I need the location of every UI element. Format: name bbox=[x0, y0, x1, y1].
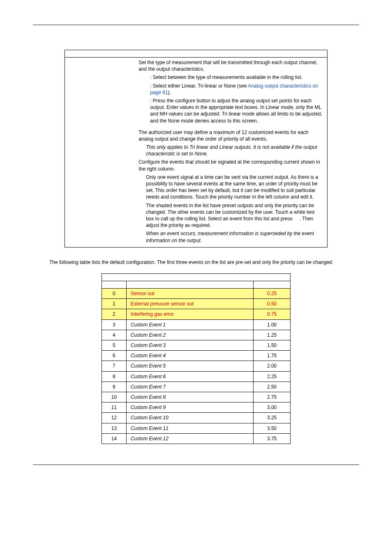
events-header-event bbox=[126, 281, 253, 289]
priority-cell: 14 bbox=[102, 433, 127, 444]
config-row-label bbox=[65, 127, 135, 247]
top-horizontal-rule bbox=[33, 25, 359, 25]
config-header-right bbox=[134, 50, 327, 58]
event-cell: Custom Event 5 bbox=[126, 361, 253, 371]
config-description-block: The authorized user may define a maximum… bbox=[138, 129, 323, 142]
event-cell: Custom Event 1 bbox=[126, 319, 253, 330]
priority-cell: 9 bbox=[102, 382, 127, 392]
event-cell: External pressure sensor out bbox=[126, 299, 253, 309]
table-row: 14Custom Event 123.75 bbox=[102, 433, 291, 444]
config-table-header-row bbox=[65, 50, 327, 58]
config-description-block: Set the type of measurement that will be… bbox=[138, 59, 323, 72]
priority-cell: 12 bbox=[102, 413, 127, 423]
event-cell: Custom Event 12 bbox=[126, 433, 253, 444]
config-description-block: Only one event signal at a time can be s… bbox=[138, 174, 323, 201]
priority-cell: 0 bbox=[102, 289, 127, 299]
priority-cell: 1 bbox=[102, 299, 127, 309]
event-cell: Custom Event 7 bbox=[126, 382, 253, 392]
config-table-row: The authorized user may define a maximum… bbox=[65, 127, 327, 247]
table-row: 9Custom Event 72.50 bbox=[102, 382, 291, 392]
config-description-block: Configure the events that should be sign… bbox=[138, 159, 323, 172]
priority-cell: 13 bbox=[102, 423, 127, 433]
output-cell: 2.25 bbox=[254, 371, 291, 382]
events-header-priority bbox=[102, 281, 127, 289]
table-row: 3Custom Event 11.00 bbox=[102, 319, 291, 330]
output-cell: 3.75 bbox=[254, 433, 291, 444]
table-row: 2Interfering gas error0.75 bbox=[102, 309, 291, 319]
event-cell: Custom Event 9 bbox=[126, 402, 253, 413]
table-row: 0Sensor out0.25 bbox=[102, 289, 291, 299]
config-row-description: Set the type of measurement that will be… bbox=[134, 58, 327, 127]
config-row-description: The authorized user may define a maximum… bbox=[134, 127, 327, 247]
output-cell: 1.00 bbox=[254, 319, 291, 330]
events-header-output bbox=[254, 281, 291, 289]
output-cell: 3.00 bbox=[254, 402, 291, 413]
config-header-left bbox=[65, 50, 135, 58]
table-row: 12Custom Event 103.25 bbox=[102, 413, 291, 423]
table-row: 13Custom Event 113.50 bbox=[102, 423, 291, 433]
output-cell: 2.50 bbox=[254, 382, 291, 392]
intro-paragraph: The following table lists the default co… bbox=[49, 259, 362, 266]
table-row: 4Custom Event 21.25 bbox=[102, 330, 291, 340]
priority-cell: 11 bbox=[102, 402, 127, 413]
output-cell: 1.75 bbox=[254, 351, 291, 361]
config-description-block: The shaded events in the list have prese… bbox=[138, 202, 323, 229]
table-row: 11Custom Event 93.00 bbox=[102, 402, 291, 413]
output-cell: 2.75 bbox=[254, 392, 291, 402]
config-description-block: : Press the configure button to adjust t… bbox=[138, 97, 323, 124]
priority-cell: 8 bbox=[102, 371, 127, 382]
event-cell: Custom Event 4 bbox=[126, 351, 253, 361]
event-cell: Sensor out bbox=[126, 289, 253, 299]
configuration-table: Set the type of measurement that will be… bbox=[65, 50, 327, 247]
priority-cell: 6 bbox=[102, 351, 127, 361]
output-cell: 0.25 bbox=[254, 289, 291, 299]
table-row: 5Custom Event 31.50 bbox=[102, 340, 291, 351]
events-table-header-row-1 bbox=[102, 274, 291, 281]
config-table-row: Set the type of measurement that will be… bbox=[65, 58, 327, 127]
bottom-horizontal-rule bbox=[33, 465, 359, 465]
output-cell: 1.50 bbox=[254, 340, 291, 351]
table-row: 8Custom Event 62.25 bbox=[102, 371, 291, 382]
table-row: 10Custom Event 82.75 bbox=[102, 392, 291, 402]
priority-cell: 10 bbox=[102, 392, 127, 402]
output-cell: 0.50 bbox=[254, 299, 291, 309]
event-cell: Custom Event 11 bbox=[126, 423, 253, 433]
output-cell: 2.00 bbox=[254, 361, 291, 371]
event-cell: Custom Event 2 bbox=[126, 330, 253, 340]
priority-cell: 4 bbox=[102, 330, 127, 340]
table-row: 7Custom Event 52.00 bbox=[102, 361, 291, 371]
table-row: 6Custom Event 41.75 bbox=[102, 351, 291, 361]
output-cell: 1.25 bbox=[254, 330, 291, 340]
priority-cell: 5 bbox=[102, 340, 127, 351]
output-cell: 3.25 bbox=[254, 413, 291, 423]
table-row: 1External pressure sensor out0.50 bbox=[102, 299, 291, 309]
output-cell: 0.75 bbox=[254, 309, 291, 319]
event-cell: Interfering gas error bbox=[126, 309, 253, 319]
event-cell: Custom Event 8 bbox=[126, 392, 253, 402]
events-table-header-span bbox=[102, 274, 291, 281]
config-description-block: This only applies to Tri linear and Line… bbox=[138, 144, 323, 157]
config-row-label bbox=[65, 58, 135, 127]
config-description-block: When an event occurs, measurement inform… bbox=[138, 230, 323, 243]
events-table: 0Sensor out0.251External pressure sensor… bbox=[101, 273, 291, 444]
priority-cell: 3 bbox=[102, 319, 127, 330]
event-cell: Custom Event 10 bbox=[126, 413, 253, 423]
event-cell: Custom Event 3 bbox=[126, 340, 253, 351]
config-description-block: : Select either Linear, Tri-linear or No… bbox=[138, 83, 323, 96]
events-table-header-row-2 bbox=[102, 281, 291, 289]
priority-cell: 7 bbox=[102, 361, 127, 371]
priority-cell: 2 bbox=[102, 309, 127, 319]
config-description-block: : Select between the type of measurement… bbox=[138, 74, 323, 81]
event-cell: Custom Event 6 bbox=[126, 371, 253, 382]
output-cell: 3.50 bbox=[254, 423, 291, 433]
